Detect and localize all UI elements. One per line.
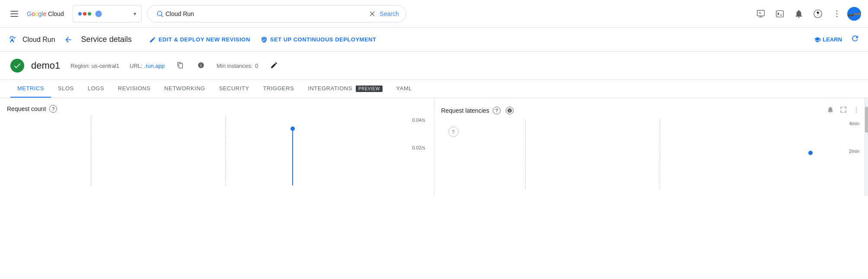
chevron-down-icon: ▾ [134, 11, 136, 17]
search-input[interactable] [166, 10, 367, 17]
notifications-button[interactable] [790, 5, 807, 22]
subnav-actions: EDIT & DEPLOY NEW REVISION SET UP CONTIN… [149, 36, 377, 43]
scrollbar[interactable] [865, 98, 868, 196]
min-instances-label: Min instances: [217, 63, 252, 69]
request-count-title: Request count [7, 105, 46, 112]
subnav-right: LEARN [814, 32, 861, 47]
tab-triggers[interactable]: TRIGGERS [256, 80, 301, 98]
svg-rect-3 [776, 10, 784, 17]
request-latencies-help-icon[interactable]: ? [493, 107, 501, 114]
svg-rect-2 [757, 10, 765, 16]
svg-point-8 [836, 16, 838, 17]
min-instances-value: 0 [255, 63, 258, 69]
request-count-chart-body: 0.04/s 0.02/s [7, 116, 427, 185]
back-arrow-icon [64, 35, 73, 44]
preview-badge: PREVIEW [356, 86, 383, 92]
tab-yaml[interactable]: YAML [389, 80, 419, 98]
search-label: Search [380, 10, 399, 17]
project-dots-icon [78, 12, 91, 16]
project-icon [95, 10, 102, 18]
chart-actions [826, 105, 861, 116]
continuous-deployment-label: SET UP CONTINUOUS DEPLOYMENT [270, 36, 377, 43]
y-label-4min: 4min [849, 121, 859, 126]
latency-dashed-line-2 [660, 120, 660, 189]
bell-icon [827, 106, 834, 114]
refresh-icon [851, 34, 859, 43]
service-status-icon [10, 59, 24, 73]
url-info-button[interactable] [196, 60, 206, 72]
top-navigation: Google Cloud ▾ Search [0, 0, 868, 28]
terminal-button[interactable] [771, 5, 788, 22]
notifications-icon [794, 9, 804, 19]
close-icon [368, 10, 376, 18]
copy-icon [177, 62, 184, 69]
y-label-high: 0.04/s [412, 117, 425, 123]
avatar[interactable] [847, 7, 861, 21]
google-cloud-logo[interactable]: Google Cloud [27, 10, 64, 17]
search-icon [156, 10, 164, 18]
request-latencies-info-icon[interactable] [506, 107, 514, 114]
url-info: URL: .run.app [130, 63, 165, 69]
tab-metrics[interactable]: METRICS [10, 80, 51, 98]
expand-icon [839, 106, 847, 114]
edit-deploy-button[interactable]: EDIT & DEPLOY NEW REVISION [149, 36, 250, 43]
svg-point-5 [817, 15, 818, 16]
copy-url-button[interactable] [175, 60, 185, 72]
region-value: us-central1 [92, 63, 119, 69]
dashed-line-2 [225, 116, 226, 185]
tabs-bar: METRICS SLOS LOGS REVISIONS NETWORKING S… [0, 80, 868, 98]
latency-dashed-line-1 [525, 120, 526, 189]
tab-logs[interactable]: LOGS [81, 80, 111, 98]
back-button[interactable] [62, 34, 74, 46]
sub-navigation: Cloud Run Service details EDIT & DEPLOY … [0, 28, 868, 52]
tab-integrations[interactable]: INTEGRATIONS PREVIEW [301, 80, 389, 98]
hamburger-menu-button[interactable] [7, 7, 22, 20]
expand-chart-button[interactable] [839, 105, 848, 116]
more-chart-options-button[interactable] [852, 105, 861, 116]
request-count-help-icon[interactable]: ? [49, 105, 57, 113]
vertical-dots-icon [852, 106, 860, 114]
data-point-1 [290, 127, 295, 131]
learn-button[interactable]: LEARN [814, 36, 842, 43]
tab-security[interactable]: SECURITY [212, 80, 256, 98]
url-link[interactable]: .run.app [144, 63, 165, 69]
y-label-2min: 2min [849, 149, 859, 154]
cloud-run-logo-icon [7, 34, 19, 46]
region-info: Region: us-central1 [70, 63, 119, 69]
deploy-icon [261, 36, 268, 43]
request-count-chart: Request count ? 0.04/s 0.02/s [0, 98, 434, 196]
latency-help-circle[interactable]: ? [448, 127, 459, 137]
learn-icon [814, 36, 821, 43]
continuous-deployment-button[interactable]: SET UP CONTINUOUS DEPLOYMENT [261, 36, 377, 43]
logo-text: Google Cloud [27, 10, 64, 17]
clear-search-button[interactable] [367, 8, 378, 19]
refresh-button[interactable] [849, 32, 861, 47]
alert-button[interactable] [826, 105, 835, 116]
page-title: Service details [81, 35, 132, 44]
info-circle-icon [198, 62, 204, 69]
tab-networking[interactable]: NETWORKING [157, 80, 212, 98]
service-metadata: Region: us-central1 URL: .run.app Min in… [70, 60, 280, 72]
search-button[interactable] [154, 8, 166, 19]
terminal-icon [775, 9, 785, 19]
more-icon [832, 9, 842, 19]
project-selector[interactable]: ▾ [73, 5, 142, 22]
more-options-button[interactable] [828, 5, 846, 22]
hamburger-icon [10, 11, 18, 17]
svg-point-11 [856, 111, 857, 112]
svg-point-6 [836, 10, 838, 12]
tab-revisions[interactable]: REVISIONS [111, 80, 157, 98]
charts-area: Request count ? 0.04/s 0.02/s Request la… [0, 98, 868, 196]
docs-button[interactable] [752, 5, 769, 22]
help-button[interactable] [809, 5, 827, 22]
svg-point-7 [836, 13, 838, 14]
edit-min-instances-button[interactable] [268, 60, 280, 72]
cloud-run-brand: Cloud Run [7, 34, 55, 46]
request-latencies-header: Request latencies ? [441, 105, 862, 116]
request-latencies-chart-body: ? 4min 2min [441, 120, 862, 189]
docs-icon [756, 9, 766, 19]
nav-actions [752, 5, 861, 22]
service-name: demo1 [31, 60, 60, 71]
tab-slos[interactable]: SLOS [51, 80, 81, 98]
search-bar: Search [147, 5, 406, 22]
